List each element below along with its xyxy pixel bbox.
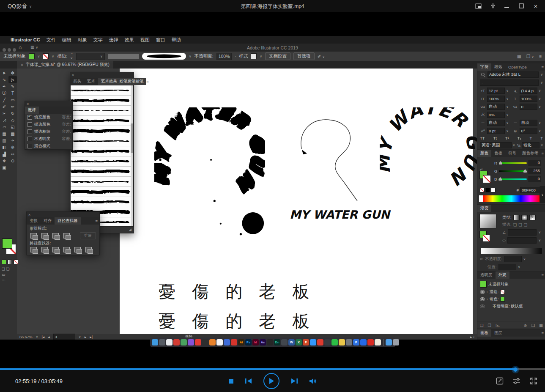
white-swatch[interactable] <box>491 188 496 192</box>
dock-icon-red-tool-app[interactable] <box>231 339 237 345</box>
document-setup-button[interactable]: 文档设置 <box>265 52 290 60</box>
dock-icon-keynote[interactable] <box>216 339 223 345</box>
pathfinder-tab-2[interactable]: 路径查找器 <box>55 217 81 225</box>
play-button[interactable] <box>263 373 279 389</box>
variable-width-profile[interactable] <box>108 54 139 59</box>
menu-2[interactable]: 对象 <box>78 37 87 43</box>
dock-icon-dimension[interactable]: Dn <box>274 339 280 345</box>
workspace-switcher-icon[interactable]: ❐ ∨ <box>526 54 534 59</box>
visibility-eye-icon[interactable] <box>480 297 485 301</box>
menu-6[interactable]: 视图 <box>140 37 150 43</box>
visibility-eye-icon[interactable] <box>480 290 485 294</box>
water-gun-art-distressed[interactable]: MY WATER GUN <box>154 107 265 238</box>
cjk-text-line-2[interactable]: 憂 傷 的 老 板 <box>159 310 315 333</box>
perspective-grid-tool[interactable]: ▦ <box>0 130 8 137</box>
dock-icon-red-app[interactable] <box>317 339 323 345</box>
dock-icon-magnifier-app[interactable] <box>339 339 345 345</box>
menu-0[interactable]: 文件 <box>47 37 56 43</box>
pin-on-top-icon[interactable] <box>488 2 497 10</box>
kerning-field[interactable]: 自动 <box>487 104 505 110</box>
brush-item-1[interactable] <box>71 96 133 106</box>
minimize-icon[interactable] <box>503 2 511 10</box>
checkbox[interactable] <box>27 122 32 127</box>
stop-button[interactable] <box>228 378 234 384</box>
character-tab-2[interactable]: OpenType <box>505 63 530 71</box>
resize-handle-icon[interactable]: ◢ <box>129 228 131 232</box>
checkbox[interactable] <box>27 137 32 141</box>
color-fill-stroke-indicator[interactable]: ⇄ <box>479 159 492 185</box>
dock-icon-shield-app[interactable] <box>224 339 230 345</box>
character-tab-0[interactable]: 字符 <box>477 63 491 71</box>
blend-tool[interactable]: ◧ <box>0 144 8 151</box>
horizontal-scale-field[interactable]: 100% <box>520 96 537 102</box>
brush-item-4[interactable] <box>71 126 133 136</box>
mesh-tool[interactable]: ▩ <box>8 130 17 137</box>
hand-tool[interactable]: ❖ <box>0 157 8 164</box>
dock-icon-sketch[interactable] <box>267 339 273 345</box>
black-swatch[interactable] <box>485 188 490 192</box>
gradient-tab[interactable]: 渐变 <box>477 205 491 212</box>
anti-alias-field[interactable]: 锐化 <box>522 142 540 148</box>
maximize-icon[interactable] <box>517 2 526 10</box>
pathfinder-tab-0[interactable]: 变换 <box>27 217 41 225</box>
dock-icon-teamviewer[interactable] <box>360 339 367 345</box>
scale-tool[interactable]: ◿ <box>0 117 8 123</box>
r-value[interactable]: 0 <box>529 160 541 166</box>
screenshot-tool-icon[interactable] <box>496 377 504 387</box>
pathfinder-icon-5[interactable] <box>85 247 92 252</box>
g-slider[interactable] <box>499 170 527 172</box>
shape-mode-icon-0[interactable] <box>30 233 37 238</box>
search-adobe-stock-icon[interactable]: ▦ <box>517 54 521 59</box>
close-panel-icon[interactable]: × <box>27 102 29 106</box>
char-style-icon-0[interactable]: TT <box>480 136 485 140</box>
panel-menu-icon[interactable]: ≡ <box>541 151 544 156</box>
color-tab-2[interactable]: 符号 <box>505 150 519 157</box>
dock-icon-pycharm[interactable]: P <box>353 339 359 345</box>
scissors-tool[interactable]: ✂ <box>0 110 8 117</box>
stroke-along-icon[interactable]: ❏ <box>518 222 522 227</box>
brush-item-2[interactable] <box>71 106 133 116</box>
gradient-fill-stroke[interactable] <box>479 231 497 245</box>
char-style-icon-5[interactable]: Ŧ <box>540 136 543 140</box>
width-tool[interactable]: ◇ <box>8 117 17 123</box>
touch-type-tool[interactable]: Ⓣ <box>0 90 8 96</box>
freeform-gradient-icon[interactable] <box>529 215 536 220</box>
brushes-tab-2[interactable]: 艺术效果_粉笔炭笔铅笔 <box>98 78 146 85</box>
dock-icon-safari[interactable] <box>310 339 316 345</box>
scrollbar[interactable] <box>131 85 133 226</box>
gradient-tool[interactable]: ▥ <box>0 137 8 144</box>
water-gun-flat-text[interactable]: MY WATER GUN <box>290 208 390 221</box>
question-mark-dot[interactable] <box>242 212 264 234</box>
delete-item-icon[interactable]: ▦ <box>539 323 543 328</box>
close-panel-icon[interactable]: × <box>28 213 30 217</box>
last-artboard-icon[interactable]: ▸| <box>90 335 93 339</box>
dock-icon-wechat[interactable] <box>331 339 338 345</box>
stroke-across-icon[interactable]: ❏ <box>524 222 528 227</box>
selection-tool[interactable]: ➤ <box>0 69 8 76</box>
first-artboard-icon[interactable]: |◂ <box>41 335 44 339</box>
artboard-tool[interactable]: ▣ <box>0 164 8 171</box>
vertical-scale-field[interactable]: 100% <box>487 96 505 102</box>
font-size-field[interactable]: 12 pt <box>487 88 505 94</box>
char-rotation-field[interactable]: 0° <box>520 128 537 134</box>
new-effect-label[interactable]: fx. <box>496 323 500 328</box>
shape-mode-icon-2[interactable] <box>52 233 59 238</box>
appearance-fill-label[interactable]: 填色: <box>490 296 499 302</box>
stroke-weight-dropdown[interactable]: ∨ <box>76 53 105 60</box>
color-mini-swatch[interactable] <box>2 260 6 264</box>
dock-icon-finder[interactable] <box>152 339 158 345</box>
selection-options-icon[interactable]: ✐ ∨ <box>318 54 325 59</box>
appearance-fill-swatch[interactable] <box>500 297 505 302</box>
progress-thumb[interactable] <box>513 367 518 372</box>
free-transform-tool[interactable]: ▱ <box>0 123 8 130</box>
panel-menu-icon[interactable]: ≡ <box>146 79 149 84</box>
brush-item-8[interactable] <box>71 167 133 177</box>
gradient-thumbnail[interactable] <box>479 214 496 228</box>
pencil-tool[interactable]: ✏ <box>8 103 17 110</box>
gradient-mini-swatch[interactable] <box>8 260 12 264</box>
dock-icon-camera2-app[interactable] <box>324 339 331 345</box>
settings-sliders-icon[interactable] <box>513 378 520 386</box>
dock-icon-photoshop[interactable]: Ps <box>245 339 252 345</box>
water-gun-art-clean[interactable]: MY WATER GUN <box>380 107 477 213</box>
panel-menu-icon[interactable]: ≡ <box>541 273 544 277</box>
